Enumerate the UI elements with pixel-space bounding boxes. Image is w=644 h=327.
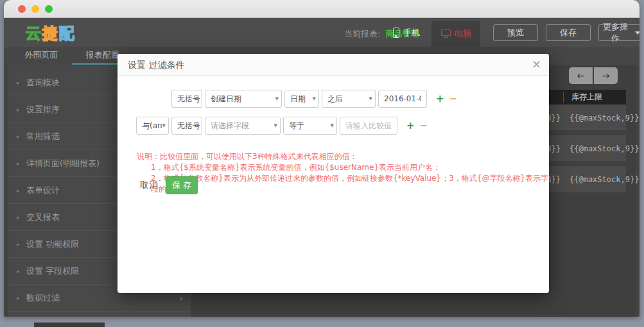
type-select-value: 日期 (290, 94, 306, 103)
caret-down-icon: ▼ (162, 117, 166, 134)
maximize-window-icon[interactable] (45, 5, 53, 13)
triangle-right-icon: ▸ (17, 285, 20, 312)
current-report-label: 当前报表: (344, 29, 380, 38)
triangle-right-icon: ▸ (17, 123, 20, 150)
operator-select[interactable]: 等于 ▼ (283, 117, 337, 135)
add-condition-icon[interactable]: + (406, 120, 415, 131)
operator-select[interactable]: 之后 ▼ (322, 90, 376, 108)
more-actions-button[interactable]: 更多操作 (598, 24, 640, 41)
sidebar-item-label: 查询模块 (26, 78, 60, 87)
triangle-right-icon: ▸ (17, 204, 20, 231)
filter-condition-modal: 设置 过滤条件 × 无括号 ▼ 创建日期 ▼ 日期 ▼ 之后 ▼ + − (117, 54, 549, 293)
chevron-down-icon (635, 31, 640, 35)
page-next-button[interactable]: → (594, 67, 618, 84)
add-condition-icon[interactable]: + (436, 93, 444, 105)
save-button[interactable]: 保存 (546, 24, 591, 41)
sidebar-item-label: 详情页面(明细报表) (26, 158, 100, 168)
remove-condition-icon[interactable]: − (449, 93, 458, 105)
sidebar-item-label: 数据过滤 (26, 293, 60, 303)
modal-header: 设置 过滤条件 × (117, 54, 549, 76)
mac-titlebar (4, 0, 640, 18)
cancel-button[interactable]: 取消 (140, 180, 158, 191)
device-pc-label: 电脑 (455, 28, 471, 40)
filter-row-1: 无括号 ▼ 创建日期 ▼ 日期 ▼ 之后 ▼ + − (171, 90, 457, 108)
arrow-right-icon: → (602, 71, 610, 81)
caret-down-icon: ▼ (275, 90, 279, 107)
sidebar-item-label: 常用筛选 (26, 131, 60, 141)
caret-down-icon: ▼ (369, 90, 372, 107)
caret-down-icon: ▼ (274, 117, 277, 134)
caret-down-icon: ▼ (196, 90, 199, 107)
cell-max-stock: {{@maxStock,9}} (570, 113, 639, 122)
close-window-icon[interactable] (18, 5, 26, 13)
triangle-right-icon: ▸ (17, 96, 20, 123)
browser-window: 云捷配 当前报表: 商品管理 手机 电脑 预览 保存 更多操作 外围页面 报表配… (4, 0, 640, 317)
modal-save-button[interactable]: 保 存 (166, 176, 198, 194)
triangle-right-icon: ▸ (17, 231, 20, 258)
cell-max-stock: {{@maxStock,9}} (570, 144, 639, 153)
pagination: ← → (569, 67, 618, 84)
monitor-icon (441, 29, 451, 36)
page-prev-button[interactable]: ← (569, 67, 593, 84)
triangle-right-icon: ▸ (17, 69, 20, 96)
minimize-window-icon[interactable] (31, 5, 39, 13)
field-select-placeholder: 请选择字段 (211, 121, 249, 130)
logic-select-value: 与(an (142, 121, 162, 130)
column-header-max-stock: 库存上限 (571, 90, 602, 105)
caret-down-icon: ▼ (196, 117, 199, 134)
caret-down-icon: ▼ (331, 117, 334, 134)
caret-down-icon: ▼ (313, 90, 316, 107)
more-actions-label: 更多操作 (599, 21, 632, 44)
field-select-value: 创建日期 (211, 94, 241, 103)
app-header: 云捷配 当前报表: 商品管理 手机 电脑 预览 保存 更多操作 (4, 18, 640, 47)
device-phone-label: 手机 (403, 27, 420, 38)
sidebar-item-label: 设置 字段权限 (26, 266, 79, 276)
sidebar-item-label: 设置 功能权限 (26, 239, 79, 249)
close-icon[interactable]: × (532, 54, 541, 74)
help-line: 2，格式{*参数名称}表示为从外部传递过来的参数的值，例如链接参数{*keyVa… (137, 173, 549, 195)
triangle-right-icon: ▸ (17, 177, 20, 204)
modal-title: 设置 过滤条件 (128, 54, 184, 76)
compare-value-input[interactable] (378, 90, 427, 108)
type-select[interactable]: 日期 ▼ (284, 90, 319, 108)
device-toggle-phone[interactable]: 手机 (393, 18, 420, 47)
format-help-text: 说明：比较值里面，可以使用以下3种特殊格式来代表相应的值： 1，格式{$系统变量… (137, 151, 549, 195)
triangle-right-icon: ▸ (17, 150, 20, 177)
bracket-select[interactable]: 无括号 ▼ (171, 90, 202, 108)
logic-select[interactable]: 与(an ▼ (136, 117, 169, 135)
help-line: 说明：比较值里面，可以使用以下3种特殊格式来代表相应的值： (137, 151, 549, 162)
phone-icon (393, 28, 399, 38)
sidebar-item-label: 设置排序 (26, 105, 60, 114)
help-line: 1，格式{$系统变量名称}表示系统变量的值，例如{$userName}表示当前用… (137, 162, 549, 173)
operator-select-value: 之后 (327, 94, 343, 103)
preview-button[interactable]: 预览 (493, 24, 538, 41)
arrow-left-icon: ← (577, 71, 585, 81)
app-logo: 云捷配 (26, 23, 76, 44)
field-select[interactable]: 创建日期 ▼ (205, 90, 282, 108)
sidebar-item-label: 表单设计 (26, 185, 60, 195)
sidebar-item-label: 交叉报表 (26, 212, 60, 222)
column-divider (563, 92, 564, 103)
field-select[interactable]: 请选择字段 ▼ (205, 117, 281, 135)
compare-value-input[interactable] (340, 117, 397, 135)
cell-max-stock: {{@maxStock,9}} (570, 175, 639, 184)
taskbar-fragment (34, 323, 105, 327)
bracket-select[interactable]: 无括号 ▼ (171, 117, 202, 135)
operator-select-value: 等于 (289, 121, 304, 130)
remove-condition-icon[interactable]: − (420, 120, 428, 131)
device-toggle-pc[interactable]: 电脑 (431, 21, 480, 47)
triangle-right-icon: ▸ (17, 258, 20, 285)
tab-outer-pages[interactable]: 外围页面 (11, 47, 72, 65)
filter-row-2: 与(an ▼ 无括号 ▼ 请选择字段 ▼ 等于 ▼ + − (136, 117, 428, 135)
